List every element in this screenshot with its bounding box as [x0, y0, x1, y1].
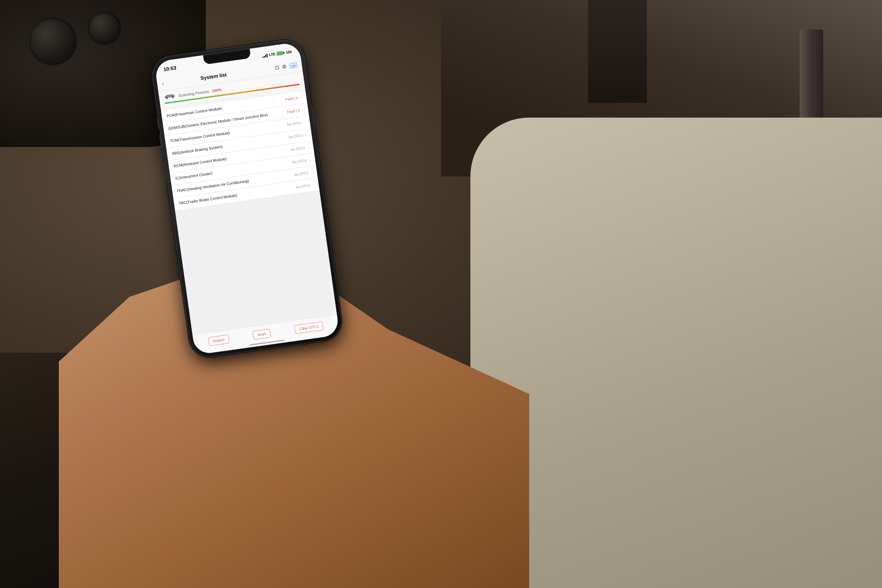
signal-bar-2 — [264, 56, 265, 58]
item-status-tcm: No DTCs › — [286, 120, 306, 127]
signal-bar-1 — [262, 57, 264, 58]
no-dtc-ic: No DTCs — [292, 158, 307, 164]
lte-label: LTE — [269, 52, 276, 57]
scan-percent: 100% — [212, 87, 222, 93]
item-status-hvac: No DTCs › — [294, 170, 312, 177]
chevron-right-abs: › — [305, 133, 307, 137]
chevron-right-tbc: › — [312, 183, 314, 187]
share-icon[interactable]: ⊡ — [274, 64, 280, 71]
clear-dtcs-button[interactable]: Clear DTCs — [294, 321, 324, 334]
item-status-pcm: Fault | 1 › — [285, 95, 302, 102]
chevron-right-rcm: › — [307, 145, 309, 150]
item-status-gem: Fault | 5 › — [287, 108, 304, 115]
medium-knob — [88, 12, 120, 44]
no-dtc-rcm: No DTCs — [290, 146, 305, 152]
signal-bar-4 — [266, 54, 268, 57]
battery-icon — [277, 51, 285, 56]
no-dtc-hvac: No DTCs — [294, 171, 309, 177]
header-icons: ⊡ ⚙ vci — [274, 62, 297, 71]
chevron-right-gem: › — [302, 108, 304, 112]
report-button[interactable]: Report — [208, 334, 230, 346]
battery-body — [277, 51, 284, 56]
chevron-right-hvac: › — [310, 170, 312, 175]
battery-tip — [284, 52, 285, 54]
settings-icon[interactable]: ⚙ — [282, 63, 287, 70]
strap-area — [588, 0, 647, 103]
scan-button[interactable]: Scan — [252, 329, 271, 340]
fault-badge-pcm: Fault | 1 — [285, 96, 298, 102]
status-time: 10:53 — [163, 63, 177, 73]
car-svg — [164, 93, 176, 100]
no-dtc-abs: No DTCs — [288, 133, 303, 140]
vci-badge: vci — [289, 62, 297, 68]
fault-badge-gem: Fault | 5 — [287, 108, 300, 114]
item-status-rcm: No DTCs › — [290, 145, 309, 152]
chevron-right-pcm: › — [300, 95, 302, 100]
battery-fill — [277, 52, 283, 55]
no-dtc-tcm: No DTCs — [287, 121, 302, 127]
item-status-tbc: No DTCs › — [296, 183, 314, 190]
item-status-abs: No DTCs › — [288, 133, 307, 140]
dash-knobs — [24, 6, 141, 88]
large-knob — [29, 18, 76, 64]
seat-texture — [470, 118, 882, 588]
no-dtc-tbc: No DTCs — [296, 183, 310, 189]
seat-area — [470, 118, 882, 588]
scan-label: Scanning Process — [178, 89, 209, 98]
system-list: PCM(Powertrain Control Module) Fault | 1… — [161, 91, 337, 335]
status-icons: LTE 100 — [262, 47, 292, 58]
battery-percent: 100 — [285, 50, 292, 55]
chevron-right-ic: › — [309, 158, 311, 162]
item-status-ic: No DTCs › — [292, 158, 311, 165]
signal-bars — [262, 53, 268, 58]
signal-bar-3 — [265, 55, 266, 57]
chevron-right-tcm: › — [303, 120, 306, 124]
car-icon — [164, 93, 176, 101]
